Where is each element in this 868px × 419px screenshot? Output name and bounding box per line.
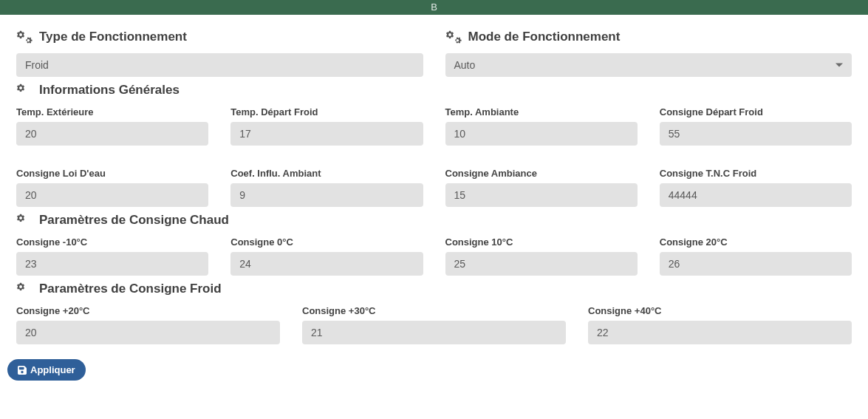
field-cons-ambiance: Consigne Ambiance xyxy=(445,168,638,207)
gears-icon xyxy=(16,30,33,44)
save-icon xyxy=(18,365,27,375)
chaud-m10-input[interactable] xyxy=(16,252,208,276)
section-title-label: Paramètres de Consigne Chaud xyxy=(39,213,229,228)
field-label: Consigne T.N.C Froid xyxy=(660,168,852,179)
field-chaud-m10: Consigne -10°C xyxy=(16,236,208,276)
froid-p30-input[interactable] xyxy=(302,321,566,344)
field-label: Consigne Loi D'eau xyxy=(16,168,208,179)
field-temp-dep-froid: Temp. Départ Froid xyxy=(230,106,423,146)
field-chaud-p10: Consigne 10°C xyxy=(445,236,638,276)
section-title-label: Mode de Fonctionnement xyxy=(468,30,621,44)
section-title-label: Informations Générales xyxy=(39,83,180,98)
field-chaud-p0: Consigne 0°C xyxy=(230,236,423,276)
field-temp-ext: Temp. Extérieure xyxy=(16,106,208,146)
section-title-label: Type de Fonctionnement xyxy=(39,30,187,44)
temp-dep-froid-input[interactable] xyxy=(230,122,423,146)
field-cons-tnc-froid: Consigne T.N.C Froid xyxy=(660,168,852,207)
header-bar: B xyxy=(0,0,868,15)
field-label: Consigne +30°C xyxy=(302,305,566,316)
field-cons-dep-froid: Consigne Départ Froid xyxy=(660,106,852,146)
field-cons-loi-eau: Consigne Loi D'eau xyxy=(16,168,208,207)
apply-button-label: Appliquer xyxy=(30,364,75,375)
field-froid-p40: Consigne +40°C xyxy=(588,305,852,344)
field-label: Consigne 10°C xyxy=(445,236,638,248)
froid-p20-input[interactable] xyxy=(16,321,280,344)
field-label: Temp. Ambiante xyxy=(445,106,638,117)
section-title-param-froid: Paramètres de Consigne Froid xyxy=(16,282,852,296)
mode-fonctionnement-value: Auto xyxy=(445,53,852,77)
cons-loi-eau-input[interactable] xyxy=(16,183,208,207)
mode-fonctionnement-select[interactable]: Auto xyxy=(445,53,852,77)
type-fonctionnement-value: Froid xyxy=(16,53,423,77)
section-title-label: Paramètres de Consigne Froid xyxy=(39,282,222,296)
temp-ambiante-input[interactable] xyxy=(445,122,638,146)
field-label: Temp. Départ Froid xyxy=(230,106,423,117)
apply-button[interactable]: Appliquer xyxy=(7,359,86,381)
coef-influ-input[interactable] xyxy=(230,183,423,207)
gears-icon xyxy=(445,30,462,44)
section-title-mode-fonctionnement: Mode de Fonctionnement xyxy=(445,30,852,44)
field-label: Consigne -10°C xyxy=(16,236,208,248)
section-title-type-fonctionnement: Type de Fonctionnement xyxy=(16,30,423,44)
field-label: Consigne Ambiance xyxy=(445,168,638,179)
field-froid-p20: Consigne +20°C xyxy=(16,305,280,344)
section-title-param-chaud: Paramètres de Consigne Chaud xyxy=(16,213,852,228)
cons-ambiance-input[interactable] xyxy=(445,183,638,207)
field-label: Consigne +20°C xyxy=(16,305,280,316)
field-label: Temp. Extérieure xyxy=(16,106,208,117)
cons-dep-froid-input[interactable] xyxy=(660,122,852,146)
chevron-down-icon xyxy=(835,64,843,67)
gears-icon xyxy=(16,84,33,97)
field-chaud-p20: Consigne 20°C xyxy=(660,236,852,276)
field-coef-influ: Coef. Influ. Ambiant xyxy=(230,168,423,207)
froid-p40-input[interactable] xyxy=(588,321,852,344)
chaud-p0-input[interactable] xyxy=(230,252,423,276)
gears-icon xyxy=(16,282,33,296)
gears-icon xyxy=(16,214,33,227)
field-label: Consigne +40°C xyxy=(588,305,852,316)
chaud-p10-input[interactable] xyxy=(445,252,638,276)
section-title-info-generales: Informations Générales xyxy=(16,83,852,98)
temp-ext-input[interactable] xyxy=(16,122,208,146)
cons-tnc-froid-input[interactable] xyxy=(660,183,852,207)
field-temp-ambiante: Temp. Ambiante xyxy=(445,106,638,146)
field-label: Consigne 20°C xyxy=(660,236,852,248)
field-label: Coef. Influ. Ambiant xyxy=(230,168,423,179)
chaud-p20-input[interactable] xyxy=(660,252,852,276)
field-froid-p30: Consigne +30°C xyxy=(302,305,566,344)
field-label: Consigne Départ Froid xyxy=(660,106,852,117)
field-label: Consigne 0°C xyxy=(230,236,423,248)
header-title: B xyxy=(431,1,437,13)
main-content: Type de Fonctionnement Froid Mode de Fon… xyxy=(0,15,868,397)
